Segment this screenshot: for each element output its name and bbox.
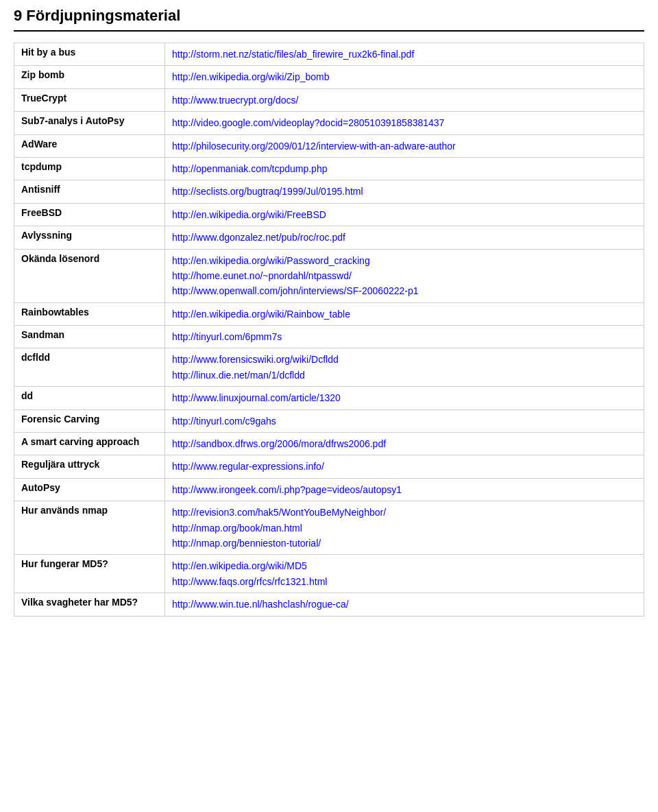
row-label: TrueCrypt	[14, 88, 165, 111]
table-row: Hit by a bushttp://storm.net.nz/static/f…	[14, 43, 644, 66]
table-row: Vilka svagheter har MD5?http://www.win.t…	[14, 593, 644, 616]
row-label: dd	[14, 387, 165, 409]
table-row: A smart carving approachhttp://sandbox.d…	[14, 433, 644, 455]
table-row: tcpdumphttp://openmaniak.com/tcpdump.php	[14, 157, 644, 180]
reference-link[interactable]: http://www.win.tue.nl/hashclash/rogue-ca…	[172, 597, 637, 612]
reference-link[interactable]: http://www.forensicswiki.org/wiki/Dcfldd	[172, 352, 637, 367]
row-label: Hit by a bus	[14, 43, 165, 66]
row-label: Okända lösenord	[14, 249, 165, 302]
row-links: http://en.wikipedia.org/wiki/MD5http://w…	[165, 555, 644, 593]
table-row: Antisniffhttp://seclists.org/bugtraq/199…	[14, 180, 644, 203]
reference-link[interactable]: http://www.irongeek.com/i.php?page=video…	[172, 482, 637, 497]
table-row: Zip bombhttp://en.wikipedia.org/wiki/Zip…	[14, 66, 644, 88]
page-title: 9 Fördjupningsmaterial	[14, 7, 644, 32]
row-label: AdWare	[14, 134, 165, 157]
reference-link[interactable]: http://www.truecrypt.org/docs/	[172, 93, 637, 108]
table-row: Forensic Carvinghttp://tinyurl.com/c9gah…	[14, 409, 644, 432]
reference-link[interactable]: http://seclists.org/bugtraq/1999/Jul/019…	[172, 184, 637, 199]
row-label: Vilka svagheter har MD5?	[14, 593, 165, 616]
table-row: Okända lösenordhttp://en.wikipedia.org/w…	[14, 249, 644, 302]
row-links: http://www.truecrypt.org/docs/	[165, 88, 644, 111]
row-links: http://openmaniak.com/tcpdump.php	[165, 157, 644, 180]
reference-link[interactable]: http://nmap.org/book/man.html	[172, 521, 637, 536]
row-label: A smart carving approach	[14, 433, 165, 455]
reference-link[interactable]: http://openmaniak.com/tcpdump.php	[172, 161, 637, 176]
reference-link[interactable]: http://home.eunet.no/~pnordahl/ntpasswd/	[172, 268, 637, 283]
table-row: FreeBSDhttp://en.wikipedia.org/wiki/Free…	[14, 203, 644, 226]
row-links: http://tinyurl.com/6pmm7s	[165, 326, 644, 348]
table-row: Sub7-analys i AutoPsyhttp://video.google…	[14, 112, 644, 134]
row-label: tcpdump	[14, 157, 165, 180]
row-links: http://seclists.org/bugtraq/1999/Jul/019…	[165, 180, 644, 203]
table-row: AutoPsyhttp://www.irongeek.com/i.php?pag…	[14, 478, 644, 501]
row-label: Zip bomb	[14, 66, 165, 88]
row-links: http://en.wikipedia.org/wiki/Rainbow_tab…	[165, 302, 644, 325]
reference-table: Hit by a bushttp://storm.net.nz/static/f…	[14, 43, 644, 617]
row-label: Antisniff	[14, 180, 165, 203]
row-label: Hur används nmap	[14, 501, 165, 555]
row-links: http://video.google.com/videoplay?docid=…	[165, 112, 644, 134]
table-row: Sandmanhttp://tinyurl.com/6pmm7s	[14, 326, 644, 348]
table-row: Hur används nmaphttp://revision3.com/hak…	[14, 501, 644, 555]
row-label: Avlyssning	[14, 226, 165, 249]
row-links: http://www.forensicswiki.org/wiki/Dcfldd…	[165, 348, 644, 387]
row-links: http://www.regular-expressions.info/	[165, 455, 644, 478]
reference-link[interactable]: http://storm.net.nz/static/files/ab_fire…	[172, 47, 637, 62]
row-links: http://www.dgonzalez.net/pub/roc/roc.pdf	[165, 226, 644, 249]
reference-link[interactable]: http://www.openwall.com/john/interviews/…	[172, 283, 637, 298]
reference-link[interactable]: http://en.wikipedia.org/wiki/Zip_bomb	[172, 69, 637, 84]
reference-link[interactable]: http://philosecurity.org/2009/01/12/inte…	[172, 139, 637, 154]
row-label: Sandman	[14, 326, 165, 348]
row-links: http://tinyurl.com/c9gahs	[165, 409, 644, 432]
reference-link[interactable]: http://www.linuxjournal.com/article/1320	[172, 390, 637, 405]
row-links: http://en.wikipedia.org/wiki/Password_cr…	[165, 249, 644, 302]
row-links: http://philosecurity.org/2009/01/12/inte…	[165, 134, 644, 157]
table-row: Reguljära uttryckhttp://www.regular-expr…	[14, 455, 644, 478]
table-row: TrueCrypthttp://www.truecrypt.org/docs/	[14, 88, 644, 111]
reference-link[interactable]: http://en.wikipedia.org/wiki/FreeBSD	[172, 207, 637, 222]
row-label: Sub7-analys i AutoPsy	[14, 112, 165, 134]
row-links: http://www.irongeek.com/i.php?page=video…	[165, 478, 644, 501]
reference-link[interactable]: http://linux.die.net/man/1/dcfldd	[172, 368, 637, 383]
reference-link[interactable]: http://tinyurl.com/6pmm7s	[172, 329, 637, 344]
reference-link[interactable]: http://sandbox.dfrws.org/2006/mora/dfrws…	[172, 436, 637, 451]
row-label: AutoPsy	[14, 478, 165, 501]
row-links: http://www.win.tue.nl/hashclash/rogue-ca…	[165, 593, 644, 616]
row-links: http://en.wikipedia.org/wiki/FreeBSD	[165, 203, 644, 226]
row-label: Rainbowtables	[14, 302, 165, 325]
row-links: http://sandbox.dfrws.org/2006/mora/dfrws…	[165, 433, 644, 455]
reference-link[interactable]: http://en.wikipedia.org/wiki/Password_cr…	[172, 253, 637, 268]
row-links: http://en.wikipedia.org/wiki/Zip_bomb	[165, 66, 644, 88]
table-row: dcflddhttp://www.forensicswiki.org/wiki/…	[14, 348, 644, 387]
table-row: Avlyssninghttp://www.dgonzalez.net/pub/r…	[14, 226, 644, 249]
row-links: http://revision3.com/hak5/WontYouBeMyNei…	[165, 501, 644, 555]
reference-link[interactable]: http://tinyurl.com/c9gahs	[172, 414, 637, 429]
reference-link[interactable]: http://en.wikipedia.org/wiki/Rainbow_tab…	[172, 307, 637, 322]
table-row: Rainbowtableshttp://en.wikipedia.org/wik…	[14, 302, 644, 325]
reference-link[interactable]: http://en.wikipedia.org/wiki/MD5	[172, 558, 637, 573]
reference-link[interactable]: http://revision3.com/hak5/WontYouBeMyNei…	[172, 505, 637, 520]
reference-link[interactable]: http://www.regular-expressions.info/	[172, 459, 637, 474]
reference-link[interactable]: http://video.google.com/videoplay?docid=…	[172, 115, 637, 130]
row-links: http://www.linuxjournal.com/article/1320	[165, 387, 644, 409]
row-label: Reguljära uttryck	[14, 455, 165, 478]
reference-link[interactable]: http://www.dgonzalez.net/pub/roc/roc.pdf	[172, 230, 637, 245]
reference-link[interactable]: http://www.faqs.org/rfcs/rfc1321.html	[172, 574, 637, 589]
table-row: AdWarehttp://philosecurity.org/2009/01/1…	[14, 134, 644, 157]
table-row: Hur fungerar MD5?http://en.wikipedia.org…	[14, 555, 644, 593]
row-label: FreeBSD	[14, 203, 165, 226]
reference-link[interactable]: http://nmap.org/bennieston-tutorial/	[172, 536, 637, 551]
row-label: Forensic Carving	[14, 409, 165, 432]
row-label: dcfldd	[14, 348, 165, 387]
table-row: ddhttp://www.linuxjournal.com/article/13…	[14, 387, 644, 409]
row-links: http://storm.net.nz/static/files/ab_fire…	[165, 43, 644, 66]
row-label: Hur fungerar MD5?	[14, 555, 165, 593]
